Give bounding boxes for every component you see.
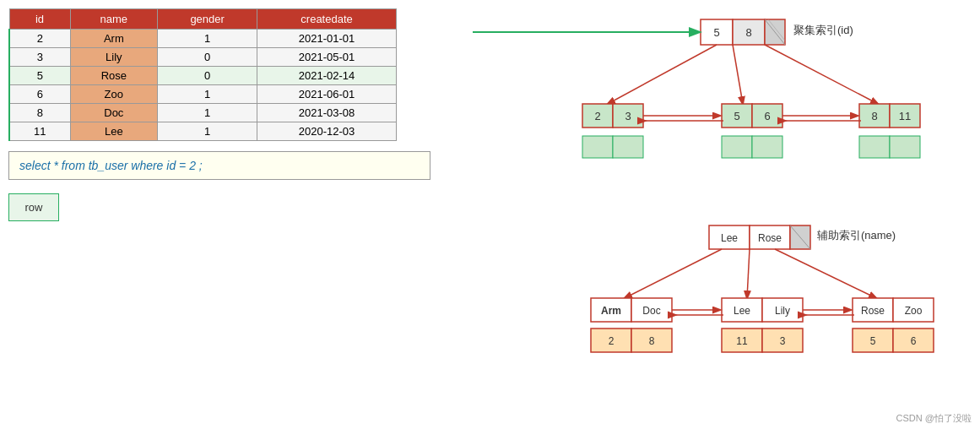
table-cell-r0-c3: 2021-01-01 (257, 30, 397, 48)
svg-text:6: 6 (911, 335, 917, 347)
result-row-box: row (8, 193, 59, 221)
table-cell-r3-c2: 1 (158, 85, 257, 104)
svg-text:6: 6 (764, 110, 770, 122)
clustered-level1-middle: 5 6 row row (722, 104, 782, 158)
table-cell-r0-c0: 2 (9, 30, 70, 48)
table-cell-r0-c1: Arm (70, 30, 158, 48)
svg-rect-13 (582, 136, 613, 158)
sql-text: select * from tb_user where id = 2 ; (19, 159, 203, 172)
svg-text:5: 5 (734, 110, 739, 122)
table-cell-r2-c0: 5 (9, 67, 70, 85)
root-to-middle-arrow (733, 45, 743, 104)
table-cell-r1-c2: 0 (158, 48, 257, 67)
svg-text:Rose: Rose (758, 232, 782, 244)
table-cell-r5-c3: 2020-12-03 (257, 122, 397, 141)
sec-root-to-right-arrow (775, 249, 876, 298)
sec-root-to-left-arrow (625, 249, 722, 298)
svg-text:3: 3 (780, 335, 786, 347)
clustered-level1-left: 2 3 row row (582, 104, 643, 158)
table-cell-r5-c1: Lee (70, 122, 158, 141)
svg-text:5: 5 (713, 26, 719, 39)
result-row-label: row (25, 201, 43, 214)
svg-rect-29 (859, 136, 890, 158)
data-table: id name gender createdate 2Arm12021-01-0… (8, 8, 397, 141)
svg-text:Doc: Doc (642, 305, 660, 317)
svg-text:Rose: Rose (861, 305, 885, 317)
table-cell-r2-c1: Rose (70, 67, 158, 85)
svg-text:2: 2 (594, 110, 600, 122)
watermark: CSDN @怕了没啦 (896, 412, 972, 425)
svg-rect-14 (613, 136, 643, 158)
svg-text:2: 2 (609, 335, 615, 347)
table-cell-r5-c2: 1 (158, 122, 257, 141)
secondary-index-label: 辅助索引(name) (817, 229, 896, 242)
sec-root-to-middle-arrow (747, 249, 750, 298)
svg-text:8: 8 (871, 110, 877, 122)
table-cell-r4-c2: 1 (158, 104, 257, 122)
svg-text:3: 3 (625, 110, 631, 122)
svg-text:Lee: Lee (721, 232, 738, 244)
svg-text:11: 11 (736, 335, 748, 347)
table-cell-r3-c1: Zoo (70, 85, 158, 104)
svg-text:Lee: Lee (734, 305, 750, 317)
col-header-name: name (70, 9, 158, 30)
clustered-index-label: 聚集索引(id) (793, 24, 853, 36)
table-cell-r2-c2: 0 (158, 67, 257, 85)
secondary-root-node: Lee Rose (709, 225, 810, 249)
clustered-root-node: 5 8 (701, 19, 785, 45)
table-cell-r1-c1: Lily (70, 48, 158, 67)
table-cell-r3-c3: 2021-06-01 (257, 85, 397, 104)
table-cell-r1-c3: 2021-05-01 (257, 48, 397, 67)
secondary-level1-left: Arm Doc 2 8 (591, 298, 672, 352)
svg-text:8: 8 (649, 335, 655, 347)
left-panel: id name gender createdate 2Arm12021-01-0… (8, 8, 439, 221)
table-cell-r2-c3: 2021-02-14 (257, 67, 397, 85)
col-header-gender: gender (158, 9, 257, 30)
col-header-createdate: createdate (257, 9, 397, 30)
tree-svg: 5 8 聚集索引(id) (473, 4, 971, 425)
svg-rect-21 (722, 136, 752, 158)
svg-text:Arm: Arm (601, 305, 621, 317)
root-to-right-arrow (765, 45, 878, 104)
svg-text:11: 11 (899, 110, 911, 122)
root-to-left-arrow (608, 45, 717, 104)
secondary-level1-right: Rose Zoo 5 6 (853, 298, 934, 352)
svg-text:8: 8 (745, 26, 751, 39)
col-header-id: id (9, 9, 70, 30)
sql-query-box: select * from tb_user where id = 2 ; (8, 151, 430, 180)
table-cell-r5-c0: 11 (9, 122, 70, 141)
table-cell-r1-c0: 3 (9, 48, 70, 67)
svg-text:5: 5 (870, 335, 876, 347)
table-cell-r4-c0: 8 (9, 104, 70, 122)
table-cell-r4-c1: Doc (70, 104, 158, 122)
svg-text:Lily: Lily (775, 305, 790, 317)
svg-text:Zoo: Zoo (905, 305, 923, 317)
secondary-level1-middle: Lee Lily 11 3 (722, 298, 803, 352)
svg-rect-30 (890, 136, 920, 158)
svg-rect-22 (752, 136, 782, 158)
clustered-level1-right: 8 11 row row (859, 104, 920, 158)
table-cell-r0-c2: 1 (158, 30, 257, 48)
index-diagram: 5 8 聚集索引(id) (473, 4, 971, 425)
table-cell-r3-c0: 6 (9, 85, 70, 104)
table-cell-r4-c3: 2021-03-08 (257, 104, 397, 122)
